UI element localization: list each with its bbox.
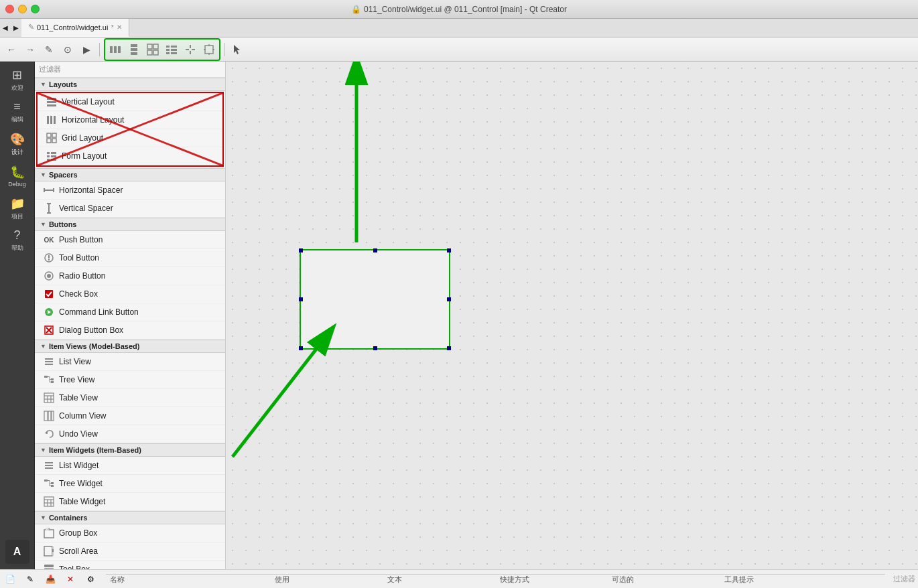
buttons-arrow: ▼ [40, 221, 46, 228]
widget-list-view[interactable]: List View [35, 353, 225, 371]
tab-nav-left[interactable]: ◀ [0, 19, 11, 37]
widget-check-box[interactable]: Check Box [35, 285, 225, 303]
widget-scroll-area[interactable]: Scroll Area [35, 542, 225, 561]
svg-rect-83 [44, 480, 48, 482]
widget-radio-button[interactable]: Radio Button [35, 267, 225, 285]
widget-list-widget[interactable]: List Widget [35, 457, 225, 475]
svg-rect-71 [44, 393, 54, 402]
buttons-header[interactable]: ▼ Buttons [35, 218, 225, 231]
toolbar-pointer-button[interactable] [229, 41, 247, 58]
widget-form-layout[interactable]: Form Layout [38, 147, 222, 165]
canvas-widget-box[interactable] [300, 249, 450, 350]
widget-push-button[interactable]: OK Push Button [35, 231, 225, 249]
minimize-button[interactable] [18, 5, 27, 13]
svg-rect-30 [50, 116, 52, 124]
widget-horizontal-spacer[interactable]: Horizontal Spacer [35, 181, 225, 200]
resize-handle-br[interactable] [447, 346, 451, 350]
close-button[interactable] [5, 5, 14, 13]
tab-close-button[interactable]: ✕ [117, 23, 122, 31]
debug-icon: 🐛 [10, 165, 25, 179]
resize-handle-tc[interactable] [373, 248, 377, 252]
activity-edit[interactable]: ≡ 编辑 [2, 96, 33, 127]
group-box-icon: GB [43, 527, 55, 539]
svg-rect-11 [171, 46, 177, 48]
item-widgets-arrow: ▼ [40, 447, 46, 453]
activity-project-label: 项目 [11, 212, 23, 221]
toolbar-forward-button[interactable]: → [21, 41, 39, 58]
widget-horizontal-layout[interactable]: Horizontal Layout [38, 111, 222, 129]
list-widget-icon [43, 459, 55, 471]
widget-tool-button[interactable]: Tool Button [35, 249, 225, 267]
widget-tree-view[interactable]: Tree View [35, 371, 225, 389]
widget-column-view[interactable]: Column View [35, 407, 225, 425]
svg-rect-88 [51, 482, 54, 484]
prop-btn-settings[interactable]: ⚙ [83, 572, 98, 587]
activity-A[interactable]: A [5, 540, 29, 564]
layout-btn-vertical[interactable] [125, 41, 143, 58]
containers-header[interactable]: ▼ Containers [35, 511, 225, 524]
svg-rect-27 [47, 101, 56, 103]
layout-btn-grid[interactable] [144, 41, 161, 58]
push-button-icon: OK [43, 234, 55, 246]
widget-vertical-layout[interactable]: Vertical Layout [38, 93, 222, 111]
toolbar-sep-2 [224, 43, 225, 56]
resize-handle-bc[interactable] [373, 346, 377, 350]
prop-btn-import[interactable]: 📥 [43, 572, 58, 587]
svg-rect-37 [51, 152, 56, 154]
radio-button-label: Radio Button [59, 271, 105, 281]
widget-vertical-spacer[interactable]: Vertical Spacer [35, 200, 225, 218]
prop-btn-delete[interactable]: ✕ [63, 572, 78, 587]
widget-dialog-button[interactable]: Dialog Button Box [35, 321, 225, 340]
activity-welcome[interactable]: ⊞ 欢迎 [2, 64, 33, 95]
tab-widget-ui[interactable]: ✎ 011_Control/widget.ui * ✕ [21, 19, 129, 37]
tab-nav-right[interactable]: ▶ [11, 19, 21, 37]
activity-help[interactable]: ? 帮助 [2, 225, 33, 256]
item-views-header[interactable]: ▼ Item Views (Model-Based) [35, 340, 225, 353]
activity-design[interactable]: 🎨 设计 [2, 129, 33, 159]
widget-tree-widget[interactable]: Tree Widget [35, 475, 225, 493]
spacers-header[interactable]: ▼ Spacers [35, 168, 225, 181]
tool-box-label: Tool Box [59, 565, 90, 569]
resize-handle-tl[interactable] [299, 248, 303, 252]
widget-undo-view[interactable]: Undo View [35, 425, 225, 443]
widget-grid-layout[interactable]: Grid Layout [38, 129, 222, 147]
traffic-lights[interactable] [5, 5, 40, 13]
resize-handle-bl[interactable] [299, 346, 303, 350]
layout-btn-break[interactable] [182, 41, 199, 58]
widget-list: ▼ Layouts Vertical Layout Horizon [35, 78, 225, 569]
resize-handle-tr[interactable] [447, 248, 451, 252]
toolbar-edit-button[interactable]: ✎ [40, 41, 58, 58]
maximize-button[interactable] [31, 5, 40, 13]
svg-rect-82 [45, 467, 53, 469]
svg-rect-10 [166, 46, 170, 48]
toolbar-back-button[interactable]: ← [3, 41, 20, 58]
design-icon: 🎨 [10, 132, 25, 147]
undo-view-icon [43, 428, 55, 440]
widget-table-view[interactable]: Table View [35, 389, 225, 407]
svg-rect-80 [45, 462, 53, 463]
svg-rect-39 [51, 155, 56, 157]
widget-command-link[interactable]: Command Link Button [35, 303, 225, 321]
dialog-button-icon [43, 324, 55, 336]
resize-handle-mr[interactable] [447, 297, 451, 301]
prop-btn-new[interactable]: 📄 [3, 572, 17, 587]
layout-btn-horizontal[interactable] [107, 41, 124, 58]
toolbar-run-button[interactable]: ▶ [78, 41, 95, 58]
widget-group-box[interactable]: GB Group Box [35, 524, 225, 542]
project-icon: 📁 [10, 196, 25, 211]
activity-debug[interactable]: 🐛 Debug [2, 161, 33, 192]
activity-project[interactable]: 📁 项目 [2, 193, 33, 224]
item-views-label: Item Views (Model-Based) [49, 342, 140, 350]
layout-btn-adjust[interactable] [200, 41, 218, 58]
svg-rect-9 [153, 50, 158, 55]
widget-table-widget[interactable]: Table Widget [35, 493, 225, 511]
resize-handle-ml[interactable] [299, 297, 303, 301]
layouts-header[interactable]: ▼ Layouts [35, 78, 225, 91]
toolbar-target-button[interactable]: ⊙ [59, 41, 76, 58]
canvas-area[interactable] [226, 62, 918, 569]
widget-tool-box[interactable]: Tool Box [35, 561, 225, 569]
layout-btn-form[interactable] [163, 41, 180, 58]
activity-bar: ⊞ 欢迎 ≡ 编辑 🎨 设计 🐛 Debug 📁 项目 ? 帮助 A [0, 62, 35, 569]
item-widgets-header[interactable]: ▼ Item Widgets (Item-Based) [35, 443, 225, 457]
prop-btn-edit[interactable]: ✎ [23, 572, 38, 587]
